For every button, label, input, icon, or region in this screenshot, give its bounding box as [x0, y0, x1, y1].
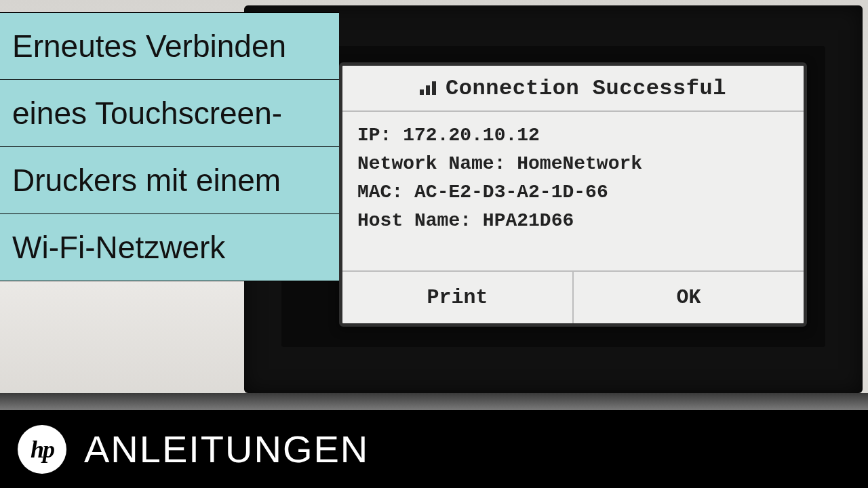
- host-value: HPA21D66: [483, 210, 574, 231]
- mac-value: AC-E2-D3-A2-1D-66: [414, 182, 608, 203]
- brand-label: ANLEITUNGEN: [84, 427, 369, 471]
- lcd-title: Connection Successful: [446, 76, 726, 101]
- printer-touchscreen: Connection Successful IP: 172.20.10.12 N…: [339, 62, 807, 327]
- title-line-3: Druckers mit einem: [0, 146, 339, 214]
- host-row: Host Name: HPA21D66: [357, 207, 789, 235]
- host-label: Host Name:: [357, 210, 471, 231]
- hp-logo-text: hp: [31, 435, 54, 464]
- mac-row: MAC: AC-E2-D3-A2-1D-66: [357, 178, 789, 207]
- title-line-1: Erneutes Verbinden: [0, 12, 339, 79]
- ip-value: 172.20.10.12: [403, 125, 540, 146]
- lcd-header: Connection Successful: [342, 66, 804, 112]
- lcd-button-bar: Print OK: [342, 270, 804, 323]
- print-button[interactable]: Print: [342, 272, 572, 323]
- network-row: Network Name: HomeNetwork: [357, 150, 789, 178]
- network-label: Network Name:: [357, 153, 505, 174]
- ok-button[interactable]: OK: [572, 272, 804, 323]
- lcd-body: IP: 172.20.10.12 Network Name: HomeNetwo…: [342, 112, 804, 235]
- video-frame: Connection Successful IP: 172.20.10.12 N…: [0, 0, 868, 488]
- mac-label: MAC:: [357, 182, 403, 203]
- brand-bar: hp ANLEITUNGEN: [0, 410, 868, 488]
- signal-icon: [420, 81, 436, 95]
- title-overlay: Erneutes Verbinden eines Touchscreen- Dr…: [0, 12, 339, 281]
- network-value: HomeNetwork: [517, 153, 642, 174]
- title-line-4: Wi-Fi-Netzwerk: [0, 214, 339, 281]
- ip-row: IP: 172.20.10.12: [357, 121, 789, 150]
- title-line-2: eines Touchscreen-: [0, 79, 339, 146]
- hp-logo: hp: [18, 425, 66, 474]
- ip-label: IP:: [357, 125, 391, 146]
